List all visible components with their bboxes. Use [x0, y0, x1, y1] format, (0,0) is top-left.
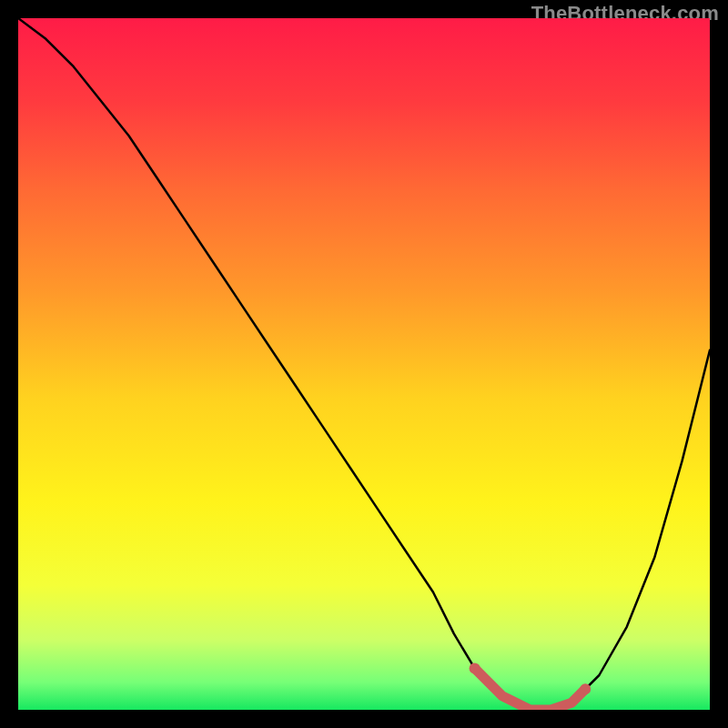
bottleneck-chart — [18, 18, 710, 710]
chart-frame: TheBottleneck.com — [0, 0, 728, 728]
highlight-endpoint-left — [470, 662, 480, 673]
highlight-endpoint-right — [580, 683, 591, 694]
plot-area — [18, 18, 710, 710]
gradient-background — [18, 18, 710, 710]
